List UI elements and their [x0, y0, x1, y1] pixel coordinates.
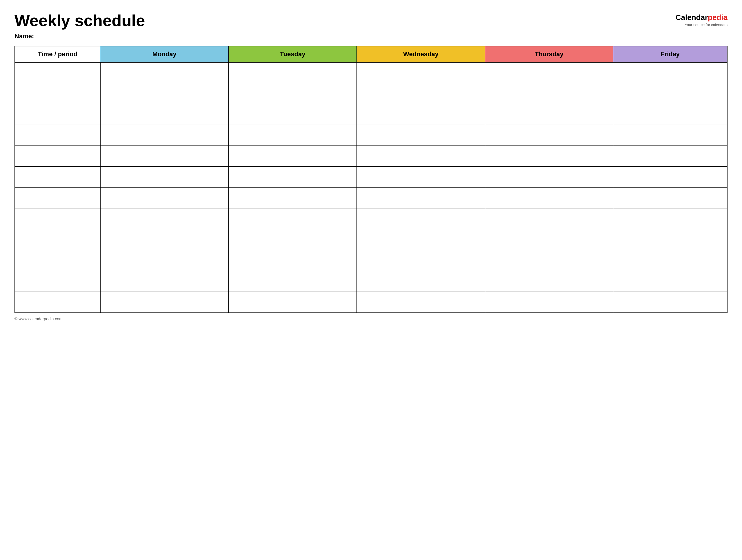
schedule-cell[interactable] — [357, 292, 485, 313]
title-area: Weekly schedule Name: — [14, 12, 145, 40]
schedule-cell[interactable] — [485, 250, 613, 271]
schedule-cell[interactable] — [357, 271, 485, 292]
schedule-cell[interactable] — [485, 104, 613, 125]
schedule-cell[interactable] — [100, 250, 228, 271]
table-row — [15, 146, 727, 167]
schedule-cell[interactable] — [100, 167, 228, 188]
schedule-cell[interactable] — [228, 188, 357, 208]
schedule-cell[interactable] — [228, 83, 357, 104]
schedule-cell[interactable] — [485, 125, 613, 146]
table-row — [15, 250, 727, 271]
logo-text: Calendarpedia — [676, 13, 728, 22]
time-cell[interactable] — [15, 250, 100, 271]
schedule-cell[interactable] — [613, 292, 727, 313]
schedule-cell[interactable] — [228, 271, 357, 292]
schedule-cell[interactable] — [613, 188, 727, 208]
schedule-cell[interactable] — [100, 125, 228, 146]
schedule-cell[interactable] — [613, 271, 727, 292]
table-row — [15, 271, 727, 292]
time-cell[interactable] — [15, 83, 100, 104]
table-header: Time / period Monday Tuesday Wednesday T… — [15, 46, 727, 62]
schedule-cell[interactable] — [228, 104, 357, 125]
time-cell[interactable] — [15, 104, 100, 125]
schedule-cell[interactable] — [228, 229, 357, 250]
schedule-cell[interactable] — [485, 62, 613, 83]
schedule-table: Time / period Monday Tuesday Wednesday T… — [14, 46, 728, 313]
table-row — [15, 208, 727, 229]
schedule-cell[interactable] — [613, 208, 727, 229]
schedule-body — [15, 62, 727, 313]
schedule-cell[interactable] — [613, 146, 727, 167]
schedule-cell[interactable] — [613, 104, 727, 125]
schedule-cell[interactable] — [485, 83, 613, 104]
col-header-friday: Friday — [613, 46, 727, 62]
col-header-monday: Monday — [100, 46, 228, 62]
col-header-tuesday: Tuesday — [228, 46, 357, 62]
time-cell[interactable] — [15, 125, 100, 146]
schedule-cell[interactable] — [228, 250, 357, 271]
schedule-cell[interactable] — [100, 229, 228, 250]
time-cell[interactable] — [15, 271, 100, 292]
schedule-cell[interactable] — [613, 125, 727, 146]
schedule-cell[interactable] — [485, 229, 613, 250]
table-row — [15, 104, 727, 125]
schedule-cell[interactable] — [357, 167, 485, 188]
schedule-cell[interactable] — [357, 250, 485, 271]
table-row — [15, 292, 727, 313]
schedule-cell[interactable] — [613, 250, 727, 271]
page-title: Weekly schedule — [14, 12, 145, 30]
schedule-cell[interactable] — [485, 292, 613, 313]
schedule-cell[interactable] — [357, 208, 485, 229]
schedule-cell[interactable] — [100, 83, 228, 104]
schedule-cell[interactable] — [228, 167, 357, 188]
time-cell[interactable] — [15, 292, 100, 313]
schedule-cell[interactable] — [100, 104, 228, 125]
schedule-cell[interactable] — [228, 292, 357, 313]
page-header: Weekly schedule Name: Calendarpedia Your… — [14, 12, 728, 40]
schedule-cell[interactable] — [485, 271, 613, 292]
time-cell[interactable] — [15, 167, 100, 188]
schedule-cell[interactable] — [613, 83, 727, 104]
schedule-cell[interactable] — [228, 62, 357, 83]
schedule-cell[interactable] — [485, 146, 613, 167]
schedule-cell[interactable] — [100, 62, 228, 83]
schedule-cell[interactable] — [357, 229, 485, 250]
table-row — [15, 62, 727, 83]
schedule-cell[interactable] — [357, 146, 485, 167]
schedule-cell[interactable] — [357, 83, 485, 104]
time-cell[interactable] — [15, 229, 100, 250]
schedule-cell[interactable] — [228, 146, 357, 167]
col-header-wednesday: Wednesday — [357, 46, 485, 62]
schedule-cell[interactable] — [485, 167, 613, 188]
table-row — [15, 229, 727, 250]
schedule-cell[interactable] — [357, 104, 485, 125]
footer: © www.calendarpedia.com — [14, 316, 728, 321]
schedule-cell[interactable] — [613, 167, 727, 188]
time-cell[interactable] — [15, 62, 100, 83]
schedule-cell[interactable] — [357, 125, 485, 146]
logo-area: Calendarpedia Your source for calendars — [676, 13, 728, 27]
time-cell[interactable] — [15, 188, 100, 208]
header-row: Time / period Monday Tuesday Wednesday T… — [15, 46, 727, 62]
schedule-cell[interactable] — [100, 292, 228, 313]
logo-calendar: Calendar — [676, 13, 708, 22]
schedule-cell[interactable] — [485, 188, 613, 208]
table-row — [15, 188, 727, 208]
schedule-cell[interactable] — [357, 188, 485, 208]
schedule-cell[interactable] — [228, 125, 357, 146]
copyright-text: © www.calendarpedia.com — [14, 316, 63, 321]
time-cell[interactable] — [15, 208, 100, 229]
schedule-cell[interactable] — [100, 188, 228, 208]
logo-pedia: pedia — [708, 13, 728, 22]
schedule-cell[interactable] — [100, 271, 228, 292]
schedule-cell[interactable] — [100, 146, 228, 167]
name-label: Name: — [14, 33, 145, 40]
schedule-cell[interactable] — [485, 208, 613, 229]
table-row — [15, 125, 727, 146]
schedule-cell[interactable] — [613, 62, 727, 83]
time-cell[interactable] — [15, 146, 100, 167]
schedule-cell[interactable] — [100, 208, 228, 229]
schedule-cell[interactable] — [228, 208, 357, 229]
schedule-cell[interactable] — [613, 229, 727, 250]
schedule-cell[interactable] — [357, 62, 485, 83]
